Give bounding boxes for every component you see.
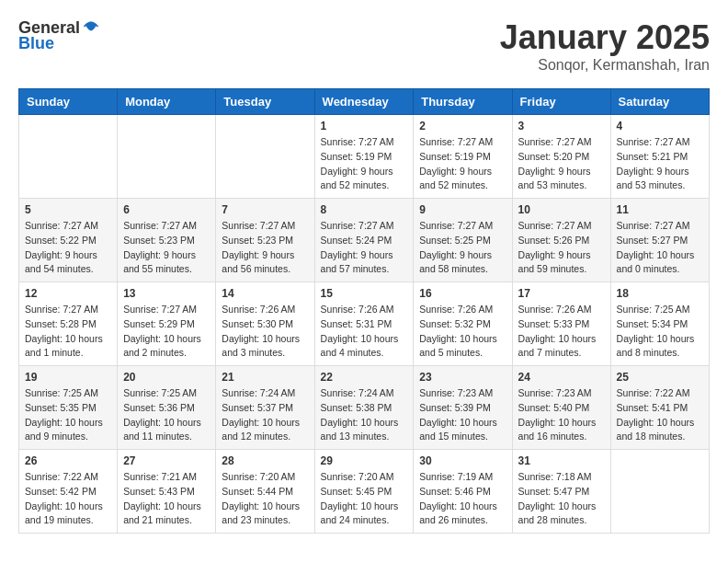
calendar-day-cell: 24Sunrise: 7:23 AM Sunset: 5:40 PM Dayli… (512, 366, 610, 450)
day-number: 6 (123, 203, 210, 216)
day-info: Sunrise: 7:26 AM Sunset: 5:33 PM Dayligh… (518, 303, 605, 361)
day-number: 16 (419, 287, 506, 300)
day-info: Sunrise: 7:27 AM Sunset: 5:23 PM Dayligh… (123, 219, 210, 277)
day-info: Sunrise: 7:25 AM Sunset: 5:34 PM Dayligh… (617, 303, 703, 361)
calendar-week-row: 26Sunrise: 7:22 AM Sunset: 5:42 PM Dayli… (19, 450, 710, 534)
calendar-empty-cell (610, 450, 709, 534)
calendar-week-row: 5Sunrise: 7:27 AM Sunset: 5:22 PM Daylig… (19, 199, 710, 282)
calendar-day-cell: 20Sunrise: 7:25 AM Sunset: 5:36 PM Dayli… (118, 366, 216, 450)
calendar-day-cell: 27Sunrise: 7:21 AM Sunset: 5:43 PM Dayli… (118, 450, 216, 534)
calendar-empty-cell (216, 115, 314, 199)
day-info: Sunrise: 7:27 AM Sunset: 5:24 PM Dayligh… (321, 219, 408, 277)
calendar-day-cell: 8Sunrise: 7:27 AM Sunset: 5:24 PM Daylig… (314, 199, 414, 282)
calendar-day-cell: 14Sunrise: 7:26 AM Sunset: 5:30 PM Dayli… (216, 282, 314, 366)
calendar-day-cell: 22Sunrise: 7:24 AM Sunset: 5:38 PM Dayli… (314, 366, 414, 450)
day-info: Sunrise: 7:22 AM Sunset: 5:41 PM Dayligh… (617, 386, 703, 444)
day-number: 8 (321, 203, 408, 216)
logo-blue-text: Blue (18, 34, 54, 53)
day-info: Sunrise: 7:27 AM Sunset: 5:23 PM Dayligh… (222, 219, 308, 277)
day-info: Sunrise: 7:27 AM Sunset: 5:27 PM Dayligh… (617, 219, 703, 277)
day-number: 20 (123, 371, 210, 384)
day-number: 31 (518, 454, 605, 467)
day-info: Sunrise: 7:18 AM Sunset: 5:47 PM Dayligh… (518, 470, 605, 528)
day-number: 7 (222, 203, 308, 216)
day-number: 4 (617, 120, 703, 132)
day-number: 18 (617, 287, 703, 300)
day-number: 22 (321, 371, 408, 384)
calendar-day-cell: 9Sunrise: 7:27 AM Sunset: 5:25 PM Daylig… (414, 199, 512, 282)
day-number: 23 (419, 371, 506, 384)
calendar-day-cell: 12Sunrise: 7:27 AM Sunset: 5:28 PM Dayli… (19, 282, 118, 366)
day-number: 24 (518, 371, 605, 384)
day-number: 12 (25, 287, 111, 300)
calendar-table: SundayMondayTuesdayWednesdayThursdayFrid… (18, 88, 710, 534)
day-info: Sunrise: 7:26 AM Sunset: 5:31 PM Dayligh… (321, 303, 408, 361)
day-info: Sunrise: 7:22 AM Sunset: 5:42 PM Dayligh… (25, 470, 111, 528)
day-of-week-header: Tuesday (216, 89, 314, 115)
logo: General Blue (18, 18, 100, 53)
calendar-day-cell: 21Sunrise: 7:24 AM Sunset: 5:37 PM Dayli… (216, 366, 314, 450)
day-number: 21 (222, 371, 308, 384)
month-title: January 2025 (500, 18, 710, 57)
page-header: General Blue January 2025 Sonqor, Kerman… (18, 18, 710, 74)
calendar-day-cell: 19Sunrise: 7:25 AM Sunset: 5:35 PM Dayli… (19, 366, 118, 450)
logo-bird-icon (82, 19, 100, 38)
day-number: 25 (617, 371, 703, 384)
day-info: Sunrise: 7:27 AM Sunset: 5:21 PM Dayligh… (617, 135, 703, 193)
calendar-day-cell: 13Sunrise: 7:27 AM Sunset: 5:29 PM Dayli… (118, 282, 216, 366)
day-of-week-header: Wednesday (314, 89, 414, 115)
day-info: Sunrise: 7:27 AM Sunset: 5:28 PM Dayligh… (25, 303, 111, 361)
day-info: Sunrise: 7:24 AM Sunset: 5:38 PM Dayligh… (321, 386, 408, 444)
day-of-week-header: Sunday (19, 89, 118, 115)
day-number: 11 (617, 203, 703, 216)
day-info: Sunrise: 7:21 AM Sunset: 5:43 PM Dayligh… (123, 470, 210, 528)
day-info: Sunrise: 7:25 AM Sunset: 5:35 PM Dayligh… (25, 386, 111, 444)
calendar-day-cell: 15Sunrise: 7:26 AM Sunset: 5:31 PM Dayli… (314, 282, 414, 366)
day-number: 9 (419, 203, 506, 216)
calendar-day-cell: 4Sunrise: 7:27 AM Sunset: 5:21 PM Daylig… (610, 115, 709, 199)
day-number: 14 (222, 287, 308, 300)
day-number: 2 (419, 120, 506, 132)
day-number: 29 (321, 454, 408, 467)
day-number: 15 (321, 287, 408, 300)
day-number: 1 (321, 120, 408, 132)
day-of-week-header: Monday (118, 89, 216, 115)
day-info: Sunrise: 7:23 AM Sunset: 5:39 PM Dayligh… (419, 386, 506, 444)
day-info: Sunrise: 7:27 AM Sunset: 5:29 PM Dayligh… (123, 303, 210, 361)
day-of-week-header: Saturday (610, 89, 709, 115)
calendar-day-cell: 6Sunrise: 7:27 AM Sunset: 5:23 PM Daylig… (118, 199, 216, 282)
day-number: 17 (518, 287, 605, 300)
day-info: Sunrise: 7:24 AM Sunset: 5:37 PM Dayligh… (222, 386, 308, 444)
calendar-day-cell: 28Sunrise: 7:20 AM Sunset: 5:44 PM Dayli… (216, 450, 314, 534)
day-info: Sunrise: 7:27 AM Sunset: 5:20 PM Dayligh… (518, 135, 605, 193)
calendar-day-cell: 25Sunrise: 7:22 AM Sunset: 5:41 PM Dayli… (610, 366, 709, 450)
title-section: January 2025 Sonqor, Kermanshah, Iran (500, 18, 710, 74)
calendar-day-cell: 16Sunrise: 7:26 AM Sunset: 5:32 PM Dayli… (414, 282, 512, 366)
calendar-day-cell: 3Sunrise: 7:27 AM Sunset: 5:20 PM Daylig… (512, 115, 610, 199)
calendar-day-cell: 31Sunrise: 7:18 AM Sunset: 5:47 PM Dayli… (512, 450, 610, 534)
day-number: 27 (123, 454, 210, 467)
day-info: Sunrise: 7:27 AM Sunset: 5:19 PM Dayligh… (419, 135, 506, 193)
day-info: Sunrise: 7:25 AM Sunset: 5:36 PM Dayligh… (123, 386, 210, 444)
day-info: Sunrise: 7:23 AM Sunset: 5:40 PM Dayligh… (518, 386, 605, 444)
calendar-day-cell: 2Sunrise: 7:27 AM Sunset: 5:19 PM Daylig… (414, 115, 512, 199)
day-info: Sunrise: 7:20 AM Sunset: 5:44 PM Dayligh… (222, 470, 308, 528)
day-number: 28 (222, 454, 308, 467)
calendar-day-cell: 5Sunrise: 7:27 AM Sunset: 5:22 PM Daylig… (19, 199, 118, 282)
calendar-header-row: SundayMondayTuesdayWednesdayThursdayFrid… (19, 89, 710, 115)
day-number: 30 (419, 454, 506, 467)
day-number: 19 (25, 371, 111, 384)
calendar-empty-cell (118, 115, 216, 199)
day-info: Sunrise: 7:26 AM Sunset: 5:30 PM Dayligh… (222, 303, 308, 361)
calendar-week-row: 19Sunrise: 7:25 AM Sunset: 5:35 PM Dayli… (19, 366, 710, 450)
day-of-week-header: Thursday (414, 89, 512, 115)
day-info: Sunrise: 7:27 AM Sunset: 5:22 PM Dayligh… (25, 219, 111, 277)
location-title: Sonqor, Kermanshah, Iran (500, 57, 710, 74)
day-info: Sunrise: 7:27 AM Sunset: 5:19 PM Dayligh… (321, 135, 408, 193)
calendar-week-row: 12Sunrise: 7:27 AM Sunset: 5:28 PM Dayli… (19, 282, 710, 366)
day-of-week-header: Friday (512, 89, 610, 115)
calendar-day-cell: 29Sunrise: 7:20 AM Sunset: 5:45 PM Dayli… (314, 450, 414, 534)
day-number: 26 (25, 454, 111, 467)
calendar-day-cell: 26Sunrise: 7:22 AM Sunset: 5:42 PM Dayli… (19, 450, 118, 534)
calendar-day-cell: 10Sunrise: 7:27 AM Sunset: 5:26 PM Dayli… (512, 199, 610, 282)
